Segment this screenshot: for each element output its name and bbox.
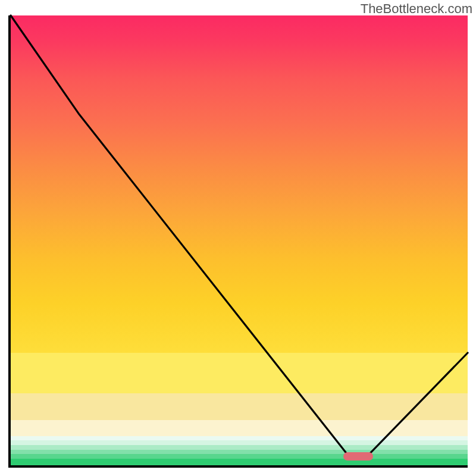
curve-layer	[11, 15, 468, 465]
plot-area	[11, 15, 468, 465]
minimum-marker	[343, 452, 373, 461]
watermark-text: TheBottleneck.com	[361, 1, 472, 17]
chart-container: TheBottleneck.com	[0, 0, 476, 476]
bottleneck-curve	[11, 15, 468, 456]
